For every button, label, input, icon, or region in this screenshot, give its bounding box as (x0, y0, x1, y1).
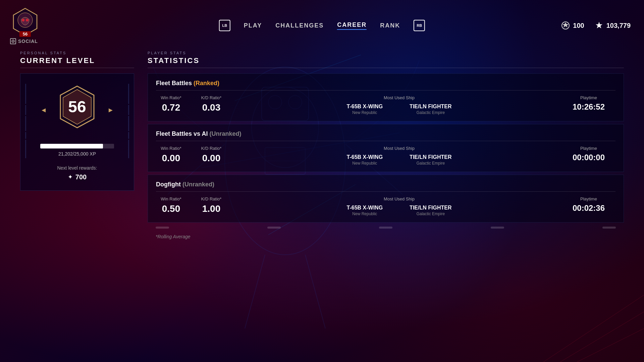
scroll-thumb-2 (267, 227, 281, 229)
currency-stars: 103,779 (594, 21, 631, 30)
nav-item-rank[interactable]: RANK (380, 22, 400, 29)
scroll-thumb-3 (379, 227, 392, 229)
playtime-block-2: Playtime 00:00:00 (562, 146, 615, 162)
most-used-label-1: Most Used Ship (384, 95, 415, 100)
fleet-ai-header: Fleet Battles vs AI (Unranked) (156, 130, 615, 141)
scroll-bar[interactable] (148, 225, 624, 230)
credits-icon (561, 21, 570, 30)
nav-item-play[interactable]: PLAY (244, 22, 262, 29)
nav-item-career[interactable]: CAREER (337, 21, 367, 30)
kd-ratio-value-2: 0.00 (202, 153, 221, 164)
header-right: 100 103,779 (561, 21, 631, 30)
ship-name-2b: TIE/LN FIGHTER (410, 154, 451, 160)
hex-arrow-left: ◄ (40, 106, 47, 114)
player-level-badge: 56 (19, 31, 31, 37)
ship-entry-1a: T-65B X-WING New Republic (347, 104, 383, 115)
ship-entries-3: T-65B X-WING New Republic TIE/LN FIGHTER… (347, 205, 452, 216)
kd-ratio-block-1: K/D Ratio* 0.03 (196, 95, 236, 113)
most-used-ship-3: Most Used Ship T-65B X-WING New Republic… (236, 196, 562, 216)
hex-arrow-right: ► (107, 106, 114, 114)
ship-name-1a: T-65B X-WING (347, 104, 383, 110)
ship-name-3b: TIE/LN FIGHTER (410, 205, 451, 211)
ship-entry-2a: T-65B X-WING New Republic (347, 154, 383, 166)
stars-icon (594, 21, 604, 30)
ship-name-3a: T-65B X-WING (347, 205, 383, 211)
nav-item-challenges[interactable]: CHALLENGES (275, 22, 324, 29)
ship-faction-3b: Galactic Empire (416, 212, 445, 216)
reward-star-icon: ✦ (68, 173, 73, 181)
fleet-ai-stats: Win Ratio* 0.00 K/D Ratio* 0.00 Most Use… (156, 146, 615, 166)
win-ratio-value-1: 0.72 (162, 102, 180, 113)
xp-bar-container: 21,202/25,000 XP (40, 144, 114, 157)
playtime-block-1: Playtime 10:26:52 (562, 95, 615, 112)
win-ratio-label-3: Win Ratio* (161, 196, 181, 201)
ship-name-1b: TIE/LN FIGHTER (410, 104, 451, 110)
fleet-ranked-qualifier: (Ranked) (194, 80, 219, 86)
stats-dogfight: Dogfight (Unranked) Win Ratio* 0.50 K/D … (148, 175, 624, 223)
avatar-badge: 56 (10, 7, 40, 37)
ship-name-2a: T-65B X-WING (347, 154, 383, 160)
win-ratio-block-1: Win Ratio* 0.72 (156, 95, 196, 113)
win-ratio-block-2: Win Ratio* 0.00 (156, 146, 196, 164)
playtime-label-2: Playtime (580, 146, 597, 151)
hex-level-display: 56 (54, 83, 101, 130)
kd-ratio-block-2: K/D Ratio* 0.00 (196, 146, 236, 164)
playtime-block-3: Playtime 00:02:36 (562, 196, 615, 213)
left-section-title: CURRENT LEVEL (20, 56, 134, 68)
ship-entry-1b: TIE/LN FIGHTER Galactic Empire (410, 104, 451, 115)
left-deco-bars (25, 84, 26, 158)
fleet-ai-qualifier: (Unranked) (209, 130, 241, 137)
kd-ratio-value-3: 1.00 (202, 203, 221, 214)
ship-entry-3a: T-65B X-WING New Republic (347, 205, 383, 216)
fleet-ranked-stats: Win Ratio* 0.72 K/D Ratio* 0.03 Most Use… (156, 95, 615, 115)
hex-arrows: ◄ 56 ► (40, 83, 114, 137)
social-label: SOCIAL (18, 39, 38, 44)
dogfight-stats: Win Ratio* 0.50 K/D Ratio* 1.00 Most Use… (156, 196, 615, 216)
kd-ratio-label-2: K/D Ratio* (201, 146, 222, 151)
currency-credits: 100 (561, 21, 584, 30)
xp-bar-bg (40, 144, 114, 148)
fleet-ranked-header: Fleet Battles (Ranked) (156, 80, 615, 90)
playtime-value-3: 00:02:36 (573, 203, 605, 213)
ship-faction-1b: Galactic Empire (416, 110, 445, 115)
header: 56 SOCIAL LB PLAY CHALLENGES CAREER RANK (0, 0, 644, 48)
dogfight-header: Dogfight (Unranked) (156, 181, 615, 192)
kd-ratio-value-1: 0.03 (202, 102, 221, 113)
ship-entry-2b: TIE/LN FIGHTER Galactic Empire (410, 154, 451, 166)
level-number: 56 (68, 98, 86, 116)
fleet-ai-title: Fleet Battles vs AI (156, 130, 209, 137)
playtime-label-3: Playtime (580, 196, 597, 201)
kd-ratio-label-3: K/D Ratio* (201, 196, 222, 201)
ship-faction-3a: New Republic (352, 212, 377, 216)
svg-point-17 (26, 19, 29, 21)
nav-center: LB PLAY CHALLENGES CAREER RANK RB (219, 20, 425, 31)
most-used-ship-2: Most Used Ship T-65B X-WING New Republic… (236, 146, 562, 166)
ship-faction-2a: New Republic (352, 161, 377, 166)
lb-button[interactable]: LB (219, 20, 230, 31)
stats-section-sublabel: PLAYER STATS (148, 51, 624, 55)
next-level-text: Next level rewards: (57, 165, 97, 171)
xp-bar-fill (40, 144, 103, 148)
stars-value: 103,779 (606, 22, 631, 29)
reward-row: ✦ 700 (68, 173, 87, 181)
rb-button[interactable]: RB (414, 20, 425, 31)
playtime-label-1: Playtime (580, 95, 597, 100)
playtime-value-1: 10:26:52 (573, 102, 605, 112)
most-used-label-3: Most Used Ship (384, 196, 415, 201)
ship-entries-1: T-65B X-WING New Republic TIE/LN FIGHTER… (347, 104, 452, 115)
social-link[interactable]: SOCIAL (10, 38, 38, 44)
header-left: 56 SOCIAL (10, 7, 40, 44)
win-ratio-value-3: 0.50 (162, 203, 180, 214)
dogfight-title: Dogfight (156, 181, 182, 188)
main-layout: PERSONAL STATS CURRENT LEVEL (0, 48, 644, 250)
most-used-ship-1: Most Used Ship T-65B X-WING New Republic… (236, 95, 562, 115)
xp-text: 21,202/25,000 XP (40, 151, 114, 157)
win-ratio-value-2: 0.00 (162, 153, 180, 164)
kd-ratio-label-1: K/D Ratio* (201, 95, 222, 100)
scroll-thumb-4 (491, 227, 504, 229)
left-panel: PERSONAL STATS CURRENT LEVEL (20, 51, 134, 243)
scroll-thumb-5 (602, 227, 616, 229)
reward-amount: 700 (75, 173, 87, 181)
dogfight-qualifier: (Unranked) (182, 181, 214, 188)
kd-ratio-block-3: K/D Ratio* 1.00 (196, 196, 236, 214)
